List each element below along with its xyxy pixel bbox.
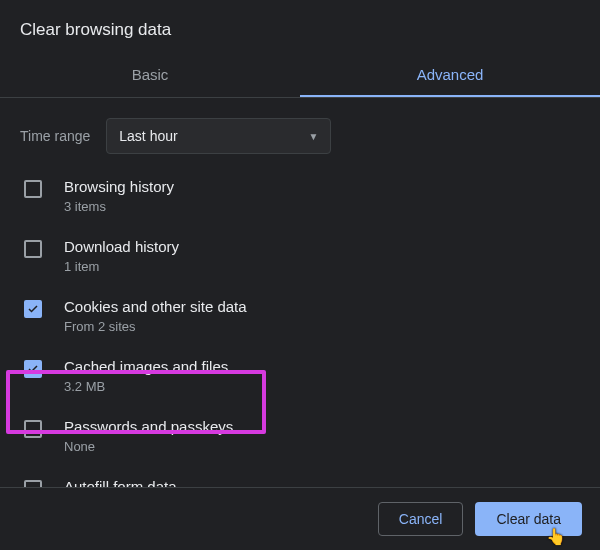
clear-browsing-data-dialog: Clear browsing data Basic Advanced Time … bbox=[0, 0, 600, 550]
list-item: Cached images and files 3.2 MB bbox=[20, 346, 580, 406]
tab-basic[interactable]: Basic bbox=[0, 54, 300, 97]
list-item: Cookies and other site data From 2 sites bbox=[20, 286, 580, 346]
checkbox-download-history[interactable] bbox=[24, 240, 42, 258]
item-sub: 3 items bbox=[64, 199, 174, 214]
item-sub: None bbox=[64, 439, 233, 454]
checkbox-browsing-history[interactable] bbox=[24, 180, 42, 198]
list-item: Autofill form data bbox=[20, 466, 580, 487]
chevron-down-icon: ▼ bbox=[308, 131, 318, 142]
checkbox-passwords[interactable] bbox=[24, 420, 42, 438]
item-sub: 1 item bbox=[64, 259, 179, 274]
list-item: Browsing history 3 items bbox=[20, 166, 580, 226]
item-sub: 3.2 MB bbox=[64, 379, 228, 394]
options-list: Browsing history 3 items Download histor… bbox=[0, 166, 600, 487]
item-title: Cached images and files bbox=[64, 358, 228, 375]
item-title: Autofill form data bbox=[64, 478, 177, 487]
tab-bar: Basic Advanced bbox=[0, 54, 600, 98]
checkbox-autofill[interactable] bbox=[24, 480, 42, 487]
time-range-select[interactable]: Last hour ▼ bbox=[106, 118, 331, 154]
clear-data-button[interactable]: Clear data bbox=[475, 502, 582, 536]
list-item: Download history 1 item bbox=[20, 226, 580, 286]
checkbox-cookies[interactable] bbox=[24, 300, 42, 318]
check-icon bbox=[27, 303, 39, 315]
dialog-title: Clear browsing data bbox=[0, 0, 600, 54]
list-item: Passwords and passkeys None bbox=[20, 406, 580, 466]
dialog-footer: Cancel Clear data 👆 bbox=[0, 487, 600, 550]
time-range-label: Time range bbox=[20, 128, 90, 144]
time-range-row: Time range Last hour ▼ bbox=[0, 98, 600, 166]
checkbox-cached-images[interactable] bbox=[24, 360, 42, 378]
tab-advanced[interactable]: Advanced bbox=[300, 54, 600, 97]
item-title: Cookies and other site data bbox=[64, 298, 247, 315]
item-title: Download history bbox=[64, 238, 179, 255]
cancel-button[interactable]: Cancel bbox=[378, 502, 464, 536]
item-title: Passwords and passkeys bbox=[64, 418, 233, 435]
item-title: Browsing history bbox=[64, 178, 174, 195]
time-range-value: Last hour bbox=[119, 128, 177, 144]
check-icon bbox=[27, 363, 39, 375]
item-sub: From 2 sites bbox=[64, 319, 247, 334]
